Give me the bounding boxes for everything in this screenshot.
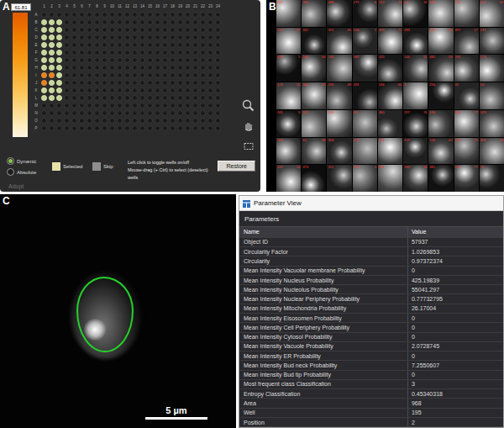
well-F23[interactable]: [207, 50, 213, 55]
well-L7[interactable]: [87, 95, 92, 101]
well-E24[interactable]: [215, 42, 221, 48]
plate-row-header[interactable]: G: [33, 56, 39, 64]
well-I3[interactable]: [56, 72, 62, 78]
well-A18[interactable]: [170, 12, 176, 18]
cell-thumbnail[interactable]: 1260: [353, 165, 377, 192]
well-N10[interactable]: [109, 110, 115, 116]
table-row[interactable]: Mean Intensity Nucleus Probability425.19…: [239, 276, 503, 285]
well-G16[interactable]: [155, 57, 160, 63]
cell-thumbnail[interactable]: 129: [480, 55, 504, 82]
well-I12[interactable]: [124, 72, 130, 78]
well-H19[interactable]: [177, 65, 183, 71]
well-I5[interactable]: [71, 72, 77, 78]
well-D11[interactable]: [117, 34, 123, 40]
cell-thumbnail[interactable]: 36253: [302, 82, 326, 109]
well-A19[interactable]: [177, 12, 183, 18]
table-row[interactable]: Mean Intensity Eisosomen Probability0: [239, 314, 503, 323]
well-J17[interactable]: [162, 80, 168, 86]
cell-thumbnail[interactable]: 382: [302, 0, 326, 27]
well-K3[interactable]: [56, 87, 62, 93]
restore-button[interactable]: Restore: [218, 161, 255, 172]
well-E9[interactable]: [102, 42, 108, 48]
well-N4[interactable]: [64, 110, 70, 116]
well-O7[interactable]: [87, 118, 92, 124]
well-O10[interactable]: [109, 118, 115, 124]
well-E13[interactable]: [132, 42, 138, 48]
well-M23[interactable]: [207, 103, 213, 108]
well-O23[interactable]: [207, 118, 213, 124]
table-row[interactable]: Well195: [239, 409, 503, 418]
well-D4[interactable]: [64, 34, 70, 40]
well-L16[interactable]: [155, 95, 160, 101]
window-titlebar[interactable]: Parameter View: [239, 196, 503, 211]
well-P6[interactable]: [79, 125, 85, 131]
well-C23[interactable]: [207, 27, 213, 33]
well-L24[interactable]: [215, 95, 221, 101]
well-G19[interactable]: [177, 57, 183, 63]
well-D15[interactable]: [147, 34, 153, 40]
well-N19[interactable]: [177, 110, 183, 116]
well-M22[interactable]: [200, 103, 206, 108]
well-O2[interactable]: [49, 118, 55, 124]
well-G12[interactable]: [124, 57, 130, 63]
well-H7[interactable]: [87, 65, 92, 71]
plate-col-header[interactable]: 3: [55, 4, 63, 8]
well-C3[interactable]: [56, 27, 62, 33]
cell-thumbnail[interactable]: 32710: [480, 0, 504, 27]
well-E1[interactable]: [41, 42, 47, 48]
plate-row-header[interactable]: A: [33, 11, 39, 18]
well-F7[interactable]: [87, 50, 92, 55]
well-J14[interactable]: [139, 80, 145, 86]
well-B9[interactable]: [102, 19, 108, 25]
well-I22[interactable]: [200, 72, 206, 78]
well-G2[interactable]: [49, 57, 55, 63]
well-F8[interactable]: [94, 50, 100, 55]
cell-thumbnail[interactable]: 11325: [276, 82, 301, 109]
well-L15[interactable]: [147, 95, 153, 101]
plate-row-header[interactable]: O: [33, 117, 39, 124]
well-C2[interactable]: [49, 27, 55, 33]
cell-thumbnail[interactable]: 329: [480, 110, 504, 137]
well-M19[interactable]: [177, 103, 183, 108]
well-K4[interactable]: [64, 87, 70, 93]
well-I15[interactable]: [147, 72, 153, 78]
well-N3[interactable]: [56, 110, 62, 116]
cell-thumbnail[interactable]: 107: [403, 138, 428, 165]
well-B13[interactable]: [132, 19, 138, 25]
table-row[interactable]: Mean Intensity Vacuolar membrane Probabi…: [239, 267, 503, 276]
well-G7[interactable]: [87, 57, 92, 63]
well-O11[interactable]: [117, 118, 123, 124]
well-M24[interactable]: [215, 103, 221, 108]
cell-thumbnail[interactable]: 165: [428, 0, 453, 27]
plate-col-header[interactable]: 7: [86, 4, 93, 8]
well-G4[interactable]: [64, 57, 70, 63]
well-C6[interactable]: [79, 27, 85, 33]
well-C16[interactable]: [155, 27, 160, 33]
well-B14[interactable]: [139, 19, 145, 25]
plate-row-header[interactable]: D: [33, 34, 39, 41]
table-row[interactable]: Position2: [239, 418, 503, 427]
well-A22[interactable]: [200, 12, 206, 18]
well-O18[interactable]: [170, 118, 176, 124]
well-B2[interactable]: [49, 19, 55, 25]
well-I8[interactable]: [94, 72, 100, 78]
well-A2[interactable]: [49, 12, 55, 18]
well-P11[interactable]: [117, 125, 123, 131]
cell-thumbnail[interactable]: 29177: [454, 165, 479, 192]
cell-thumbnail[interactable]: 381: [428, 165, 453, 192]
cell-thumbnail[interactable]: 41: [454, 82, 479, 109]
well-G23[interactable]: [207, 57, 213, 63]
plate-row-header[interactable]: M: [33, 102, 39, 109]
well-J6[interactable]: [79, 80, 85, 86]
cell-thumbnail[interactable]: 356: [327, 138, 351, 165]
well-G22[interactable]: [200, 57, 206, 63]
cell-thumbnail[interactable]: 29776: [403, 110, 428, 137]
cell-thumbnail[interactable]: 316: [454, 0, 479, 27]
well-N21[interactable]: [192, 110, 198, 116]
well-E7[interactable]: [87, 42, 92, 48]
well-B11[interactable]: [117, 19, 123, 25]
well-M8[interactable]: [94, 103, 100, 108]
well-C22[interactable]: [200, 27, 206, 33]
well-F9[interactable]: [102, 50, 108, 55]
well-P1[interactable]: [41, 125, 47, 131]
